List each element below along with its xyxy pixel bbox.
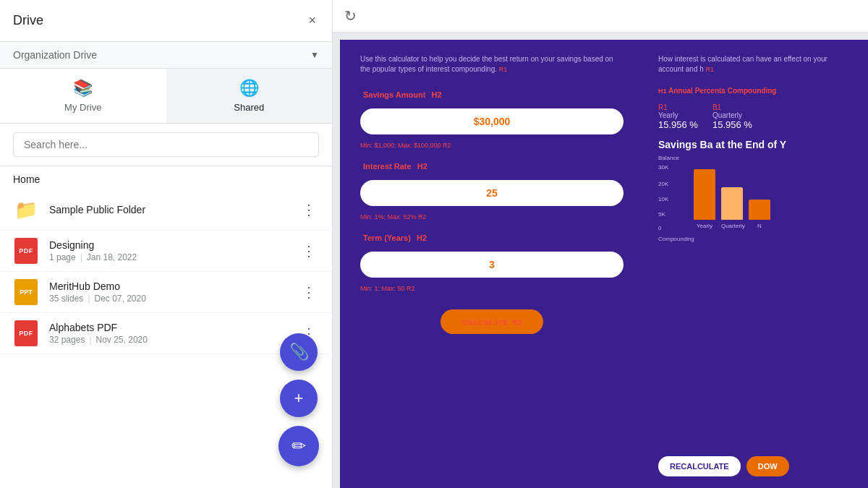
shared-icon: 🌐 bbox=[239, 79, 259, 98]
chart-bars bbox=[694, 155, 770, 220]
chart-x-labels: Yearly Quarterly N bbox=[694, 223, 770, 229]
close-button[interactable]: × bbox=[305, 10, 319, 31]
file-info: Designing 1 page | Jan 18, 2022 bbox=[49, 239, 299, 262]
bar-quarterly bbox=[721, 187, 743, 220]
savings-input[interactable] bbox=[360, 108, 624, 134]
y-5k: 5K bbox=[658, 211, 665, 218]
file-meta: 32 pages | Nov 25, 2020 bbox=[49, 335, 299, 345]
label-yearly: Yearly bbox=[694, 223, 715, 229]
chevron-down-icon: ▼ bbox=[310, 50, 319, 60]
balance-label: Balance bbox=[658, 155, 679, 161]
quarterly-tag: B1 bbox=[712, 103, 752, 111]
calculate-button[interactable]: CALCULATE R2 bbox=[441, 309, 542, 334]
file-pages: 1 page bbox=[49, 252, 76, 262]
savings-hint: Min: $1,000; Max: $100,000 R2 bbox=[360, 142, 624, 149]
separator: | bbox=[88, 294, 90, 304]
label-quarterly: Quarterly bbox=[721, 223, 743, 229]
bar-yearly bbox=[694, 169, 715, 220]
tab-my-drive[interactable]: 📚 My Drive bbox=[0, 69, 166, 123]
file-meta: 1 page | Jan 18, 2022 bbox=[49, 252, 299, 262]
more-options-icon[interactable]: ⋮ bbox=[299, 282, 319, 302]
org-dropdown[interactable]: Organization Drive ▼ bbox=[0, 42, 332, 69]
file-info: MeritHub Demo 35 slides | Dec 07, 2020 bbox=[49, 281, 299, 304]
y-30k: 30K bbox=[658, 164, 668, 171]
file-name: Designing bbox=[49, 239, 299, 251]
yearly-label: Yearly bbox=[658, 111, 698, 119]
term-input[interactable] bbox=[360, 252, 624, 278]
y-20k: 20K bbox=[658, 181, 668, 187]
compounding-label: Compounding bbox=[658, 236, 854, 242]
right-toolbar: ↻ bbox=[333, 0, 868, 33]
tab-shared[interactable]: 🌐 Shared bbox=[166, 69, 333, 123]
right-panel: ↻ Use this calculator to help you decide… bbox=[333, 0, 868, 488]
preview-area: Use this calculator to help you decide t… bbox=[333, 33, 868, 488]
chart-title: Savings Ba at the End of Y bbox=[658, 139, 854, 150]
file-pages: 35 slides bbox=[49, 294, 83, 304]
calc-note-tag: R1 bbox=[499, 66, 508, 73]
yearly-rate: R1 Yearly 15.956 % bbox=[658, 103, 698, 130]
add-folder-button[interactable]: + bbox=[280, 380, 318, 417]
right-extra-title: H1 Annual Percenta Compounding bbox=[658, 82, 854, 98]
quarterly-label: Quarterly bbox=[712, 111, 752, 119]
refresh-icon[interactable]: ↻ bbox=[344, 7, 357, 25]
download-button[interactable]: DOW bbox=[746, 456, 789, 476]
section-home-label: Home bbox=[0, 166, 332, 189]
calculator-panel: Use this calculator to help you decide t… bbox=[340, 40, 644, 488]
term-label: Term (Years) H2 bbox=[360, 231, 624, 243]
list-item[interactable]: PPT MeritHub Demo 35 slides | Dec 07, 20… bbox=[0, 272, 332, 313]
drive-title: Drive bbox=[13, 13, 43, 28]
edit-button[interactable]: ✏ bbox=[278, 426, 319, 466]
quarterly-rate: B1 Quarterly 15.956 % bbox=[712, 103, 752, 130]
right-extra-panel: How interest is calculated can have an e… bbox=[644, 40, 868, 488]
file-date: Jan 18, 2022 bbox=[87, 252, 137, 262]
y-0: 0 bbox=[658, 225, 661, 231]
file-name: MeritHub Demo bbox=[49, 281, 299, 292]
file-meta: 35 slides | Dec 07, 2020 bbox=[49, 294, 299, 304]
recalculate-button[interactable]: RECALCULATE bbox=[658, 456, 741, 476]
attach-button[interactable]: 📎 bbox=[280, 333, 318, 371]
label-n: N bbox=[749, 223, 770, 229]
right-extra-note: How interest is calculated can have an e… bbox=[658, 54, 854, 74]
rate-row: R1 Yearly 15.956 % B1 Quarterly 15.956 % bbox=[658, 103, 854, 130]
file-date: Nov 25, 2020 bbox=[96, 335, 148, 345]
folder-icon: 📁 bbox=[13, 197, 39, 223]
separator: | bbox=[80, 252, 82, 262]
list-item[interactable]: PDF Designing 1 page | Jan 18, 2022 ⋮ bbox=[0, 231, 332, 272]
term-hint: Min: 1; Max: 50 R2 bbox=[360, 285, 624, 292]
file-name: Sample Public Folder bbox=[49, 204, 299, 215]
pdf-icon: PDF bbox=[13, 320, 39, 346]
yearly-value: 15.956 % bbox=[658, 119, 698, 130]
file-pages: 32 pages bbox=[49, 335, 85, 345]
file-info: Alphabets PDF 32 pages | Nov 25, 2020 bbox=[49, 322, 299, 345]
left-panel: Drive × Organization Drive ▼ 📚 My Drive … bbox=[0, 0, 333, 488]
fab-container: 📎 + ✏ bbox=[278, 333, 319, 466]
file-info: Sample Public Folder bbox=[49, 204, 299, 215]
search-input[interactable] bbox=[13, 132, 319, 157]
list-item[interactable]: 📁 Sample Public Folder ⋮ bbox=[0, 189, 332, 231]
interest-hint: Min: 1%; Max: 52% R2 bbox=[360, 213, 624, 221]
quarterly-value: 15.956 % bbox=[712, 119, 752, 130]
file-date: Dec 07, 2020 bbox=[95, 294, 146, 304]
separator: | bbox=[89, 335, 91, 345]
tab-shared-label: Shared bbox=[234, 102, 264, 113]
y-10k: 10K bbox=[658, 196, 668, 202]
bar-other bbox=[749, 200, 770, 220]
file-name: Alphabets PDF bbox=[49, 322, 299, 333]
ppt-icon: PPT bbox=[13, 279, 39, 305]
more-options-icon[interactable]: ⋮ bbox=[299, 200, 319, 220]
my-drive-icon: 📚 bbox=[73, 79, 93, 98]
more-options-icon[interactable]: ⋮ bbox=[299, 241, 319, 261]
pdf-icon: PDF bbox=[13, 238, 39, 264]
preview-content: Use this calculator to help you decide t… bbox=[340, 40, 868, 488]
tab-my-drive-label: My Drive bbox=[64, 102, 101, 113]
bottom-buttons: RECALCULATE DOW bbox=[658, 456, 789, 476]
interest-label: Interest Rate H2 bbox=[360, 159, 624, 171]
calc-note: Use this calculator to help you decide t… bbox=[360, 54, 624, 74]
interest-input[interactable] bbox=[360, 180, 624, 206]
search-container bbox=[0, 124, 332, 166]
org-dropdown-label: Organization Drive bbox=[13, 49, 97, 61]
tabs-container: 📚 My Drive 🌐 Shared bbox=[0, 69, 332, 124]
drive-header: Drive × bbox=[0, 0, 332, 42]
chart-area: Yearly Quarterly N bbox=[694, 155, 770, 229]
yearly-tag: R1 bbox=[658, 103, 698, 111]
